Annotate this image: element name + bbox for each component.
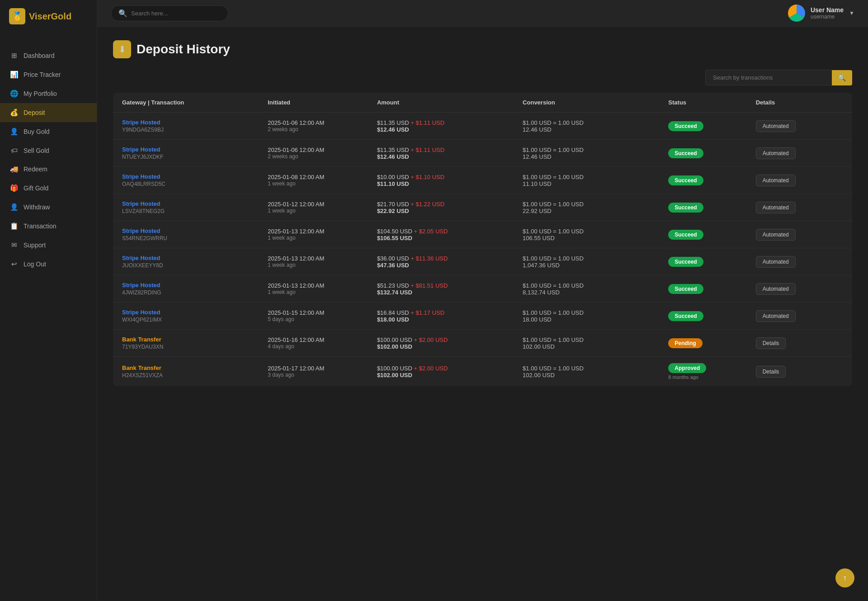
sidebar-item-sell-gold[interactable]: 🏷 Sell Gold [0,141,97,160]
amount-cell: $100.00 USD + $2.00 USD $102.00 USD [377,336,523,350]
sidebar-item-redeem[interactable]: 🚚 Redeem [0,160,97,179]
buy-gold-icon: 👤 [10,128,18,136]
table-header-cell: Conversion [523,99,668,106]
sidebar-item-log-out[interactable]: ↩ Log Out [0,255,97,274]
table-row: Stripe Hosted WXI4QP621IMX 2025-01-15 12… [113,303,852,330]
status-badge: Succeed [668,148,703,158]
date-text: 2025-01-13 12:00 AM [268,228,377,235]
conversion-cell: $1.00 USD = 1.00 USD 8,132.74 USD [523,282,668,296]
conversion-rate: $1.00 USD = 1.00 USD [523,309,668,316]
conversion-cell: $1.00 USD = 1.00 USD 102.00 USD [523,336,668,350]
amount-base: $11.35 USD [377,147,410,153]
my-portfolio-icon: 🌐 [10,90,18,98]
status-badge: Succeed [668,203,703,213]
sidebar-item-buy-gold[interactable]: 👤 Buy Gold [0,122,97,141]
gateway-name[interactable]: Stripe Hosted [122,309,268,316]
amount-cell: $11.35 USD + $1.11 USD $12.46 USD [377,147,523,160]
automated-badge: Automated [756,120,796,132]
gateway-name[interactable]: Stripe Hosted [122,200,268,207]
amount-fee: + $2.00 USD [414,365,448,372]
gateway-name[interactable]: Stripe Hosted [122,255,268,261]
transactions-search-wrapper: 🔍 [705,70,852,85]
conversion-rate: $1.00 USD = 1.00 USD [523,365,668,372]
log-out-icon: ↩ [10,260,18,268]
gateway-name[interactable]: Stripe Hosted [122,173,268,180]
sidebar-item-transaction[interactable]: 📋 Transaction [0,217,97,236]
gateway-name[interactable]: Stripe Hosted [122,119,268,126]
table-row: Stripe Hosted S54RNE2GWRRU 2025-01-13 12… [113,221,852,248]
amount-fee: + $2.00 USD [414,336,448,343]
status-badge: Pending [668,338,702,348]
sidebar-item-deposit[interactable]: 💰 Deposit [0,103,97,122]
details-button[interactable]: Details [756,337,786,349]
automated-badge: Automated [756,175,796,186]
sidebar-item-gift-gold[interactable]: 🎁 Gift Gold [0,179,97,198]
search-input[interactable] [131,10,221,17]
sidebar-item-price-tracker[interactable]: 📊 Price Tracker [0,65,97,84]
gateway-name[interactable]: Stripe Hosted [122,282,268,289]
conversion-usd: 22.92 USD [523,208,668,214]
conversion-rate: $1.00 USD = 1.00 USD [523,201,668,208]
user-area: User Name username ▼ [788,5,854,22]
conversion-rate: $1.00 USD = 1.00 USD [523,119,668,126]
amount-base: $100.00 USD [377,336,414,343]
gateway-name[interactable]: Bank Transfer [122,336,268,343]
page-title-icon: ⬇ [113,40,131,58]
details-cell: Automated [756,175,843,186]
gateway-name[interactable]: Stripe Hosted [122,146,268,153]
topbar: 🔍 User Name username ▼ [97,0,868,27]
sidebar-item-withdraw[interactable]: 👤 Withdraw [0,198,97,217]
amount-line: $10.00 USD + $1.10 USD [377,174,523,180]
date-text: 2025-01-12 12:00 AM [268,201,377,208]
amount-line: $16.84 USD + $1.17 USD [377,309,523,316]
user-name: User Name [811,6,844,14]
conversion-usd: 8,132.74 USD [523,289,668,296]
initiated-cell: 2025-01-06 12:00 AM 2 weeks ago [268,119,377,133]
initiated-cell: 2025-01-13 12:00 AM 1 week ago [268,255,377,268]
gateway-cell: Stripe Hosted OAQ48LRRSD5C [122,173,268,187]
date-text: 2025-01-08 12:00 AM [268,174,377,180]
gateway-name[interactable]: Bank Transfer [122,364,268,371]
transaction-id: LSVZA8TNEG2G [122,208,268,214]
status-cell: Succeed [668,311,755,321]
automated-badge: Automated [756,283,796,295]
amount-base: $104.50 USD [377,228,414,235]
amount-fee: + $1.17 USD [410,309,444,316]
table-row: Bank Transfer H24XSZ51VXZA 2025-01-17 12… [113,357,852,386]
initiated-cell: 2025-01-08 12:00 AM 1 week ago [268,174,377,187]
sidebar-item-dashboard[interactable]: ⊞ Dashboard [0,46,97,65]
status-cell: Succeed [668,203,755,213]
date-text: 2025-01-06 12:00 AM [268,119,377,126]
details-button[interactable]: Details [756,366,786,378]
transactions-search-input[interactable] [705,70,832,85]
conversion-cell: $1.00 USD = 1.00 USD 102.00 USD [523,365,668,379]
transactions-search-button[interactable]: 🔍 [832,70,852,85]
amount-fee: + $11.36 USD [410,255,448,262]
amount-total: $22.92 USD [377,208,523,214]
scroll-top-button[interactable]: ↑ [835,568,854,587]
conversion-rate: $1.00 USD = 1.00 USD [523,147,668,153]
amount-line: $11.35 USD + $1.11 USD [377,119,523,126]
ago-text: 3 days ago [268,372,377,378]
amount-base: $36.00 USD [377,255,410,262]
amount-base: $21.70 USD [377,201,410,208]
amount-line: $104.50 USD + $2.05 USD [377,228,523,235]
details-cell: Automated [756,147,843,159]
amount-total: $47.36 USD [377,262,523,269]
search-box[interactable]: 🔍 [111,5,228,21]
amount-total: $12.46 USD [377,153,523,160]
date-text: 2025-01-13 12:00 AM [268,282,377,289]
gateway-name[interactable]: Stripe Hosted [122,227,268,234]
amount-cell: $21.70 USD + $1.22 USD $22.92 USD [377,201,523,214]
initiated-cell: 2025-01-13 12:00 AM 1 week ago [268,228,377,241]
status-badge: Succeed [668,121,703,131]
redeem-icon: 🚚 [10,165,18,173]
sidebar-item-my-portfolio[interactable]: 🌐 My Portfolio [0,84,97,103]
details-cell: Automated [756,229,843,241]
details-cell: Automated [756,283,843,295]
amount-fee: + $1.22 USD [410,201,444,208]
sidebar-item-support[interactable]: ✉ Support [0,236,97,255]
main-content: 🔍 User Name username ▼ ⬇ Deposit History… [97,0,868,601]
amount-total: $106.55 USD [377,235,523,241]
dashboard-icon: ⊞ [10,52,18,60]
